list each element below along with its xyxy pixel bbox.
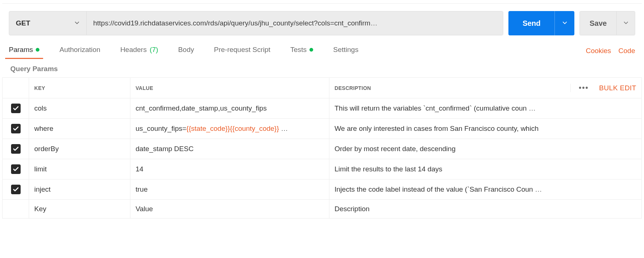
param-description-cell[interactable]: Injects the code label instead of the va… (329, 179, 642, 200)
query-params-table: KEY VALUE DESCRIPTION ••• Bulk Edit cols… (2, 77, 642, 219)
table-row: orderBydate_stamp DESCOrder by most rece… (3, 139, 642, 159)
tab-body[interactable]: Body (178, 43, 194, 58)
param-value-cell[interactable]: 14 (130, 159, 329, 179)
chevron-down-icon (74, 19, 80, 27)
checkbox-checked-icon[interactable] (11, 144, 21, 154)
param-description-input[interactable]: Description (329, 200, 642, 219)
param-key-cell[interactable]: inject (29, 179, 130, 200)
param-key-cell[interactable]: limit (29, 159, 130, 179)
param-value-cell[interactable]: true (130, 179, 329, 200)
method-selector[interactable]: GET (9, 11, 87, 35)
save-button-group: Save (580, 11, 635, 35)
request-tabs: Params Authorization Headers (7) Body Pr… (0, 43, 644, 59)
tab-tests[interactable]: Tests (290, 43, 313, 58)
table-row: colscnt_confirmed,date_stamp,us_county_f… (3, 98, 642, 119)
code-link[interactable]: Code (619, 47, 635, 55)
checkbox-checked-icon[interactable] (11, 124, 21, 133)
tab-settings[interactable]: Settings (333, 43, 358, 58)
send-dropdown-button[interactable] (554, 11, 574, 35)
param-key-cell[interactable]: where (29, 119, 130, 139)
param-value-cell[interactable]: date_stamp DESC (130, 139, 329, 159)
table-row-empty: KeyValueDescription (3, 200, 642, 219)
col-header-value: VALUE (130, 78, 329, 98)
status-dot-icon (309, 48, 313, 52)
param-description-cell[interactable]: Order by most recent date, descending (329, 139, 642, 159)
checkbox-checked-icon[interactable] (11, 164, 21, 174)
param-value-cell[interactable]: cnt_confirmed,date_stamp,us_county_fips (130, 98, 329, 119)
table-row: whereus_county_fips={{state_code}}{{coun… (3, 119, 642, 139)
param-key-input[interactable]: Key (29, 200, 130, 219)
checkbox-checked-icon[interactable] (11, 185, 21, 194)
bulk-edit-link[interactable]: Bulk Edit (599, 84, 636, 92)
param-key-cell[interactable]: cols (29, 98, 130, 119)
param-key-cell[interactable]: orderBy (29, 139, 130, 159)
table-row: injecttrueInjects the code label instead… (3, 179, 642, 200)
col-header-description: DESCRIPTION ••• Bulk Edit (329, 78, 642, 98)
col-header-checkbox (3, 78, 29, 98)
save-dropdown-button[interactable] (617, 11, 635, 35)
more-options-icon[interactable]: ••• (570, 84, 589, 92)
tab-prerequest[interactable]: Pre-request Script (214, 43, 270, 58)
tab-authorization[interactable]: Authorization (59, 43, 100, 58)
table-row: limit14Limit the results to the last 14 … (3, 159, 642, 179)
query-params-heading: Query Params (0, 59, 644, 77)
save-button[interactable]: Save (580, 11, 617, 35)
param-description-cell[interactable]: Limit the results to the last 14 days (329, 159, 642, 179)
tab-params[interactable]: Params (9, 43, 39, 58)
col-header-key: KEY (29, 78, 130, 98)
send-button[interactable]: Send (508, 11, 554, 35)
send-button-group: Send (508, 11, 574, 35)
param-description-cell[interactable]: This will return the variables `cnt_conf… (329, 98, 642, 119)
param-value-input[interactable]: Value (130, 200, 329, 219)
param-description-cell[interactable]: We are only interested in cases from San… (329, 119, 642, 139)
tab-headers[interactable]: Headers (7) (120, 43, 158, 58)
cookies-link[interactable]: Cookies (586, 47, 611, 55)
method-label: GET (16, 19, 30, 27)
checkbox-checked-icon[interactable] (11, 104, 21, 113)
chevron-down-icon (623, 20, 629, 27)
url-input[interactable]: https://covid19.richdataservices.com/rds… (87, 11, 503, 35)
status-dot-icon (36, 48, 39, 52)
chevron-down-icon (562, 20, 567, 27)
method-url-bar: GET https://covid19.richdataservices.com… (9, 11, 503, 35)
param-value-cell[interactable]: us_county_fips={{state_code}}{{county_co… (130, 119, 329, 139)
